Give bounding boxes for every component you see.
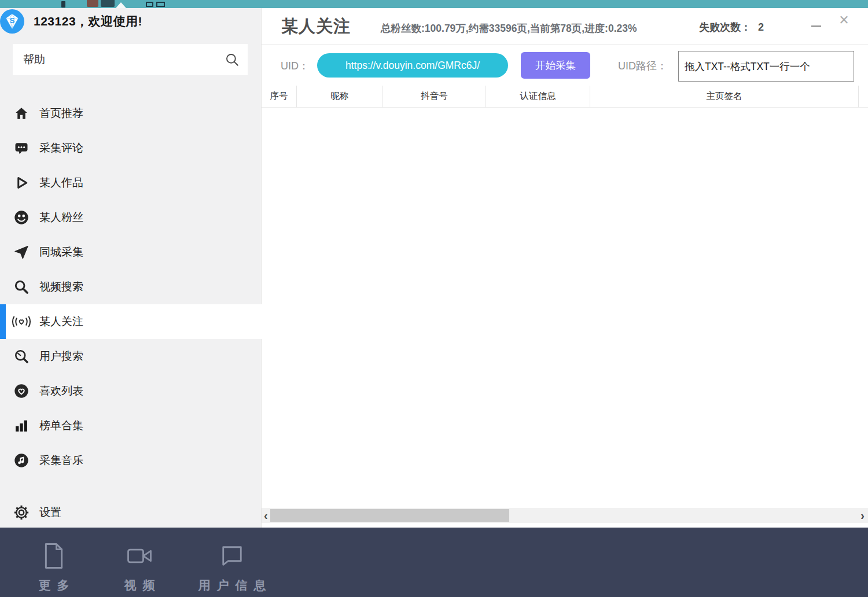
- bottom-item-label: 用户信息: [192, 577, 273, 594]
- sidebar-item-label: 设置: [39, 505, 61, 520]
- background-glyph-fragment: [61, 1, 65, 8]
- app-logo-icon: S: [0, 9, 25, 34]
- sidebar-item-label: 采集音乐: [39, 453, 83, 468]
- broadcast-heart-icon: [12, 314, 31, 330]
- uid-label: UID：: [281, 59, 309, 73]
- search-icon[interactable]: [225, 52, 240, 69]
- home-icon: [12, 105, 31, 121]
- svg-text:S: S: [10, 16, 15, 25]
- sidebar-item-user-follows[interactable]: 某人关注: [0, 304, 262, 339]
- chat-bubble-icon: [218, 541, 246, 570]
- gear-icon: [12, 504, 31, 521]
- fail-count-label: 失败次数：: [699, 21, 751, 33]
- app-window: S 123123，欢迎使用! 首页推荐: [0, 0, 868, 597]
- bottom-item-label: 视频: [118, 577, 161, 594]
- scroll-left-arrow-icon[interactable]: ‹: [264, 508, 268, 523]
- column-header-filler: [859, 86, 868, 108]
- fans-icon: [12, 209, 31, 226]
- document-icon: [41, 541, 67, 570]
- search-icon: [12, 279, 31, 295]
- comment-icon: [12, 140, 31, 156]
- title-bar: 某人关注 总粉丝数:100.79万,约需33596页,当前第78页,进度:0.2…: [262, 8, 868, 45]
- sidebar-item-user-fans[interactable]: 某人粉丝: [0, 200, 262, 235]
- column-header-signature: 主页签名: [590, 86, 859, 108]
- fail-count-value: 2: [758, 21, 764, 33]
- background-glyph-fragment: [146, 2, 153, 7]
- collect-form: UID： 开始采集 UID路径：: [262, 45, 868, 86]
- uid-path-input[interactable]: [678, 51, 854, 82]
- sidebar-item-label: 同城采集: [39, 245, 83, 260]
- uid-path-label: UID路径：: [618, 59, 667, 73]
- sidebar-item-label: 某人作品: [39, 175, 83, 190]
- page-title: 某人关注: [281, 15, 351, 38]
- sidebar-item-label: 首页推荐: [39, 106, 83, 121]
- sidebar-item-label: 用户搜索: [39, 349, 83, 364]
- sidebar-item-collect-comments[interactable]: 采集评论: [0, 131, 262, 165]
- sidebar-item-label: 榜单合集: [39, 418, 83, 433]
- sidebar-item-settings[interactable]: 设置: [0, 495, 262, 530]
- sidebar-item-label: 视频搜索: [39, 279, 83, 294]
- sidebar-item-user-search[interactable]: 用户搜索: [0, 339, 262, 374]
- sidebar-search-box: [13, 44, 248, 75]
- sidebar-item-label: 某人关注: [39, 314, 83, 329]
- uid-input[interactable]: [317, 53, 508, 78]
- progress-stats: 总粉丝数:100.79万,约需33596页,当前第78页,进度:0.23%: [381, 21, 637, 35]
- background-glyph-fragment: [116, 2, 126, 8]
- location-arrow-icon: [12, 244, 31, 260]
- minimize-button[interactable]: [811, 25, 821, 27]
- sidebar-item-label: 喜欢列表: [39, 384, 83, 399]
- bottom-item-video[interactable]: 视频: [102, 541, 177, 594]
- fail-count: 失败次数：2: [699, 20, 764, 34]
- heart-circle-icon: [12, 383, 31, 399]
- column-header-verify: 认证信息: [486, 86, 590, 108]
- start-collect-button[interactable]: 开始采集: [521, 52, 590, 79]
- video-camera-icon: [124, 541, 155, 570]
- scroll-right-arrow-icon[interactable]: ›: [860, 508, 865, 523]
- sidebar: S 123123，欢迎使用! 首页推荐: [0, 8, 262, 528]
- background-glyph-fragment: [156, 2, 165, 7]
- user-search-icon: [12, 348, 31, 364]
- sidebar-item-likes-list[interactable]: 喜欢列表: [0, 374, 262, 408]
- sidebar-item-video-search[interactable]: 视频搜索: [0, 270, 262, 304]
- play-icon: [12, 175, 31, 191]
- sidebar-item-label: 采集评论: [39, 141, 83, 156]
- bottom-item-label: 更多: [32, 577, 76, 594]
- table-header: 序号 昵称 抖音号 认证信息 主页签名: [262, 86, 868, 108]
- main-panel: 某人关注 总粉丝数:100.79万,约需33596页,当前第78页,进度:0.2…: [262, 8, 868, 528]
- bar-chart-icon: [12, 418, 31, 434]
- sidebar-search-input[interactable]: [13, 44, 248, 75]
- sidebar-item-label: 某人粉丝: [39, 210, 83, 225]
- column-header-index: 序号: [262, 86, 297, 108]
- sidebar-item-home-recommend[interactable]: 首页推荐: [0, 96, 262, 131]
- sidebar-nav: 首页推荐 采集评论 某人作品: [0, 96, 262, 478]
- welcome-title: 123123，欢迎使用!: [34, 13, 142, 30]
- close-button[interactable]: ×: [839, 12, 849, 28]
- sidebar-item-user-works[interactable]: 某人作品: [0, 165, 262, 200]
- sidebar-header: S 123123，欢迎使用!: [0, 8, 261, 44]
- scrollbar-thumb[interactable]: [270, 509, 509, 522]
- background-glyph-fragment: [87, 0, 98, 7]
- background-glyph-fragment: [101, 0, 115, 7]
- sidebar-item-city-collect[interactable]: 同城采集: [0, 235, 262, 270]
- table-body-empty: [262, 108, 868, 508]
- bottom-toolbar: 更多 视频 用户信息: [0, 528, 868, 597]
- bottom-item-more[interactable]: 更多: [16, 541, 91, 594]
- horizontal-scrollbar[interactable]: ‹ ›: [262, 508, 868, 523]
- background-window-strip: [0, 0, 868, 8]
- music-circle-icon: [12, 452, 31, 469]
- sidebar-item-collect-music[interactable]: 采集音乐: [0, 443, 262, 478]
- bottom-item-user-info[interactable]: 用户信息: [177, 541, 287, 594]
- sidebar-item-ranking-collection[interactable]: 榜单合集: [0, 408, 262, 443]
- column-header-douyin-id: 抖音号: [383, 86, 486, 108]
- column-header-nickname: 昵称: [297, 86, 383, 108]
